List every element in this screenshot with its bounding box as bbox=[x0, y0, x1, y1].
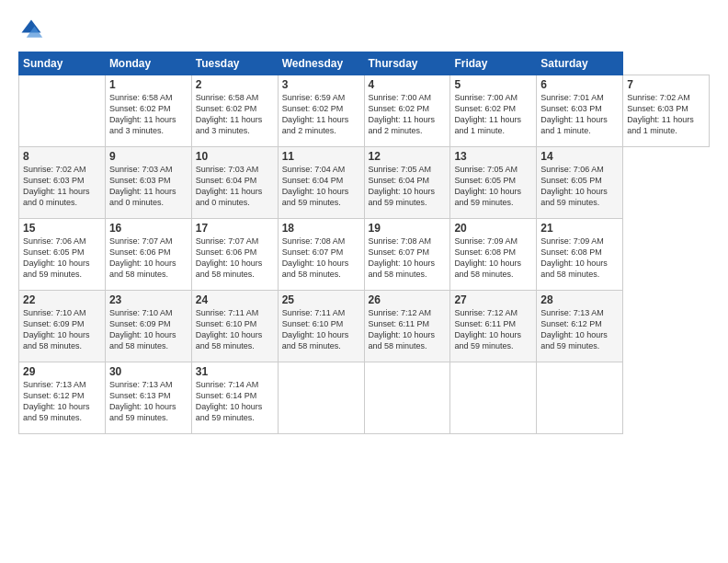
cell-line: Sunset: 6:03 PM bbox=[627, 103, 705, 114]
cell-line: Daylight: 10 hours bbox=[23, 329, 101, 340]
calendar-cell: 16Sunrise: 7:07 AMSunset: 6:06 PMDayligh… bbox=[105, 219, 191, 291]
cell-line: Sunrise: 6:58 AM bbox=[196, 92, 274, 103]
calendar-cell: 20Sunrise: 7:09 AMSunset: 6:08 PMDayligh… bbox=[450, 219, 537, 291]
calendar-cell: 29Sunrise: 7:13 AMSunset: 6:12 PMDayligh… bbox=[19, 362, 106, 434]
cell-line: Daylight: 10 hours bbox=[454, 186, 532, 197]
cell-line: Sunset: 6:07 PM bbox=[369, 247, 447, 258]
cell-line: Sunrise: 7:01 AM bbox=[540, 92, 619, 103]
calendar-header-row: SundayMondayTuesdayWednesdayThursdayFrid… bbox=[19, 52, 710, 75]
calendar-cell: 4Sunrise: 7:00 AMSunset: 6:02 PMDaylight… bbox=[364, 75, 450, 147]
day-number: 3 bbox=[282, 78, 360, 91]
calendar-cell: 9Sunrise: 7:03 AMSunset: 6:03 PMDaylight… bbox=[105, 147, 191, 219]
day-number: 8 bbox=[23, 150, 101, 163]
logo-icon bbox=[18, 17, 44, 42]
cell-line: Sunrise: 7:06 AM bbox=[540, 164, 619, 175]
day-number: 15 bbox=[23, 222, 101, 235]
cell-line: and 0 minutes. bbox=[196, 197, 274, 208]
calendar-cell: 23Sunrise: 7:10 AMSunset: 6:09 PMDayligh… bbox=[105, 291, 191, 362]
week-row-4: 22Sunrise: 7:10 AMSunset: 6:09 PMDayligh… bbox=[19, 291, 710, 362]
cell-line: Sunrise: 7:03 AM bbox=[109, 164, 188, 175]
day-number: 20 bbox=[454, 222, 532, 235]
cell-line: Sunset: 6:02 PM bbox=[454, 103, 532, 114]
day-number: 11 bbox=[282, 150, 360, 163]
cell-line: and 58 minutes. bbox=[282, 340, 360, 351]
cell-line: Daylight: 10 hours bbox=[196, 401, 274, 412]
cell-line: and 3 minutes. bbox=[196, 125, 274, 136]
cell-line: Daylight: 10 hours bbox=[369, 186, 447, 197]
cell-line: and 1 minute. bbox=[540, 125, 619, 136]
cell-line: Daylight: 10 hours bbox=[109, 401, 188, 412]
day-header-saturday: Saturday bbox=[537, 52, 623, 75]
day-number: 13 bbox=[454, 150, 532, 163]
cell-line: and 59 minutes. bbox=[369, 197, 447, 208]
day-header-monday: Monday bbox=[105, 52, 191, 75]
cell-line: and 0 minutes. bbox=[23, 197, 101, 208]
cell-line: and 0 minutes. bbox=[109, 197, 188, 208]
cell-line: Sunrise: 7:08 AM bbox=[369, 236, 447, 247]
cell-line: Daylight: 10 hours bbox=[540, 186, 619, 197]
calendar-table: SundayMondayTuesdayWednesdayThursdayFrid… bbox=[18, 52, 710, 434]
cell-line: Daylight: 11 hours bbox=[540, 114, 619, 125]
cell-line: Daylight: 10 hours bbox=[282, 258, 360, 269]
cell-line: Sunset: 6:05 PM bbox=[454, 175, 532, 186]
day-number: 27 bbox=[454, 293, 532, 306]
cell-line: and 59 minutes. bbox=[196, 412, 274, 423]
cell-line: and 58 minutes. bbox=[23, 340, 101, 351]
cell-line: Sunrise: 7:05 AM bbox=[454, 164, 532, 175]
cell-line: Sunset: 6:13 PM bbox=[109, 390, 188, 401]
calendar-cell: 26Sunrise: 7:12 AMSunset: 6:11 PMDayligh… bbox=[364, 291, 450, 362]
calendar-cell: 13Sunrise: 7:05 AMSunset: 6:05 PMDayligh… bbox=[450, 147, 537, 219]
cell-line: Sunrise: 7:09 AM bbox=[540, 236, 619, 247]
cell-line: Daylight: 10 hours bbox=[23, 258, 101, 269]
cell-line: Sunrise: 7:02 AM bbox=[627, 92, 705, 103]
cell-line: Daylight: 11 hours bbox=[196, 114, 274, 125]
cell-line: Daylight: 11 hours bbox=[282, 114, 360, 125]
cell-line: Sunrise: 6:58 AM bbox=[109, 92, 188, 103]
cell-line: Daylight: 10 hours bbox=[369, 329, 447, 340]
day-number: 16 bbox=[109, 222, 188, 235]
cell-line: Daylight: 11 hours bbox=[23, 186, 101, 197]
calendar-cell: 11Sunrise: 7:04 AMSunset: 6:04 PMDayligh… bbox=[278, 147, 364, 219]
cell-line: Daylight: 10 hours bbox=[109, 258, 188, 269]
cell-line: and 59 minutes. bbox=[109, 412, 188, 423]
day-number: 14 bbox=[540, 150, 619, 163]
cell-line: Daylight: 11 hours bbox=[109, 186, 188, 197]
day-number: 12 bbox=[369, 150, 447, 163]
cell-line: Sunset: 6:06 PM bbox=[196, 247, 274, 258]
cell-line: and 59 minutes. bbox=[540, 340, 619, 351]
cell-line: Sunset: 6:04 PM bbox=[369, 175, 447, 186]
day-number: 21 bbox=[540, 222, 619, 235]
cell-line: and 58 minutes. bbox=[369, 340, 447, 351]
calendar-cell: 3Sunrise: 6:59 AMSunset: 6:02 PMDaylight… bbox=[278, 75, 364, 147]
cell-line: Sunset: 6:02 PM bbox=[196, 103, 274, 114]
week-row-2: 8Sunrise: 7:02 AMSunset: 6:03 PMDaylight… bbox=[19, 147, 710, 219]
cell-line: Daylight: 10 hours bbox=[196, 258, 274, 269]
calendar-cell: 17Sunrise: 7:07 AMSunset: 6:06 PMDayligh… bbox=[191, 219, 278, 291]
day-header-friday: Friday bbox=[450, 52, 537, 75]
calendar-cell: 19Sunrise: 7:08 AMSunset: 6:07 PMDayligh… bbox=[364, 219, 450, 291]
cell-line: and 59 minutes. bbox=[454, 340, 532, 351]
cell-line: Sunrise: 7:06 AM bbox=[23, 236, 101, 247]
cell-line: Sunrise: 7:14 AM bbox=[196, 379, 274, 390]
cell-line: Daylight: 10 hours bbox=[369, 258, 447, 269]
calendar-cell: 2Sunrise: 6:58 AMSunset: 6:02 PMDaylight… bbox=[191, 75, 278, 147]
calendar-cell: 1Sunrise: 6:58 AMSunset: 6:02 PMDaylight… bbox=[105, 75, 191, 147]
calendar-cell: 28Sunrise: 7:13 AMSunset: 6:12 PMDayligh… bbox=[537, 291, 623, 362]
cell-line: and 58 minutes. bbox=[454, 269, 532, 280]
cell-line: Daylight: 10 hours bbox=[109, 329, 188, 340]
cell-line: Daylight: 11 hours bbox=[454, 114, 532, 125]
cell-line: and 3 minutes. bbox=[109, 125, 188, 136]
calendar-cell: 8Sunrise: 7:02 AMSunset: 6:03 PMDaylight… bbox=[19, 147, 106, 219]
cell-line: Sunset: 6:06 PM bbox=[109, 247, 188, 258]
cell-line: Sunrise: 7:10 AM bbox=[23, 307, 101, 318]
cell-line: Sunset: 6:12 PM bbox=[23, 390, 101, 401]
cell-line: Sunset: 6:12 PM bbox=[540, 318, 619, 329]
calendar-cell bbox=[19, 75, 106, 147]
calendar-cell bbox=[537, 362, 623, 434]
cell-line: Daylight: 10 hours bbox=[454, 258, 532, 269]
cell-line: and 58 minutes. bbox=[196, 340, 274, 351]
cell-line: Daylight: 10 hours bbox=[454, 329, 532, 340]
cell-line: Daylight: 10 hours bbox=[540, 258, 619, 269]
cell-line: and 58 minutes. bbox=[109, 269, 188, 280]
cell-line: and 58 minutes. bbox=[369, 269, 447, 280]
